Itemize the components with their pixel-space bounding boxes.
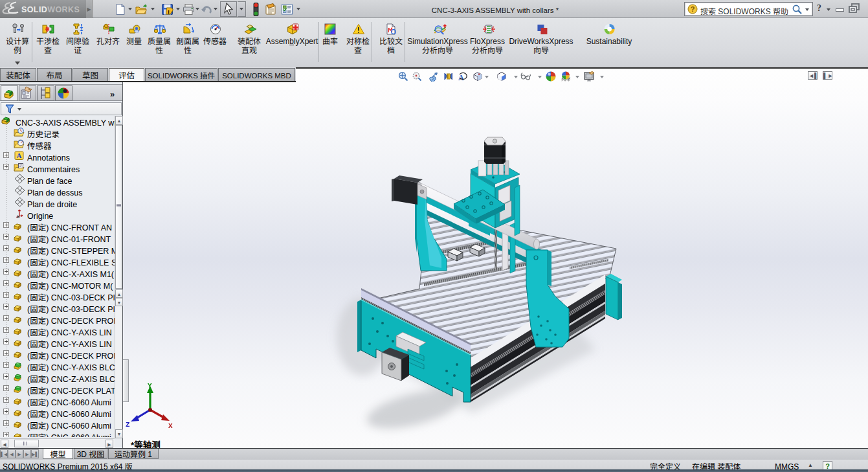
svg-text:X: X [168, 422, 173, 430]
svg-text:SOLIDWORKS: SOLIDWORKS [21, 5, 80, 14]
svg-text:Z: Z [126, 421, 130, 429]
svg-text:A: A [17, 152, 22, 159]
svg-text:?: ? [691, 4, 695, 14]
svg-text:A: A [458, 73, 464, 82]
svg-text:Y: Y [148, 382, 152, 390]
svg-text:!: ! [168, 8, 170, 16]
